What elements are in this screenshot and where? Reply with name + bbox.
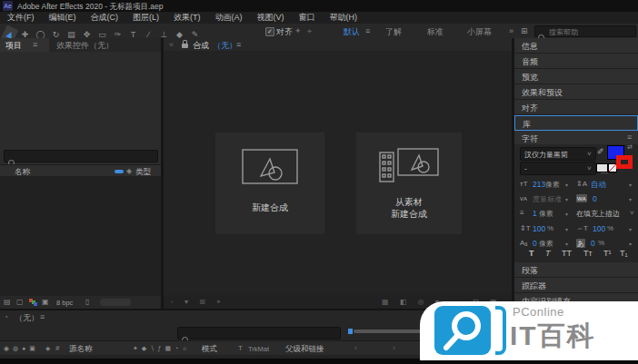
new-comp-from-footage-button[interactable]: 从素材 新建合成 [356,133,462,234]
font-family-select[interactable]: 汉仪力量黑简 ˅ [520,147,596,161]
menu-effect[interactable]: 效果(T) [166,12,208,24]
panel-bar-libraries[interactable]: 库 [514,115,638,131]
timeline-zoom-marker[interactable] [348,329,353,334]
panel-menu-icon[interactable]: ≡ [40,312,45,321]
workspace-small-screen[interactable]: 小屏幕 [467,26,492,38]
chevron-down-icon[interactable]: ▾ [629,226,632,232]
collapse-chevrons-icon[interactable]: « [169,40,174,49]
snap-checkbox[interactable]: ✓ [265,27,274,36]
project-search-box[interactable] [4,150,158,162]
column-parent-link[interactable]: 父级和链接 [285,344,324,355]
sort-indicator[interactable] [115,170,124,173]
av-features-icons[interactable]: ◉ ◍ ● ▣ [4,345,36,352]
panel-bar-info[interactable]: 信息 [514,38,638,54]
comp-view-controls-icons[interactable]: ▫ ▾ ⊞ ⌖ [171,298,225,307]
scroll-left-icon[interactable]: ‹ [354,343,357,352]
chevron-down-icon[interactable]: ▾ [629,182,632,188]
workspace-menu-icon[interactable]: ≡ [365,26,370,35]
person-icon[interactable]: ✦ [294,26,302,35]
chevron-down-icon[interactable]: ▾ [629,196,632,202]
column-mode[interactable]: 模式 [202,344,217,355]
layer-switches-icons[interactable]: ✦ ◆ ∖ ƒ ▦ ◔ ☼ [133,345,189,352]
menu-file[interactable]: 文件(F) [0,12,42,24]
interpret-footage-icon[interactable]: ▤ [4,298,11,306]
scroll-right-icon[interactable]: › [393,343,395,352]
new-comp-icon[interactable]: ▣ [42,298,49,306]
panel-menu-icon[interactable]: ≡ [627,133,632,142]
timeline-search-box[interactable] [177,327,341,339]
panel-bar-preview[interactable]: 预览 [514,69,638,84]
tracking-value[interactable]: 0 [593,194,597,203]
subscript-button[interactable]: T₁ [620,249,628,258]
panel-bar-align[interactable]: 对齐 [514,100,638,115]
timeline-tab-label[interactable]: （无） [15,312,39,324]
panel-bar-paragraph[interactable]: 段落 [514,262,638,278]
workspace-overflow-icon[interactable]: » [509,26,513,35]
vertical-scale-value[interactable]: 100 [533,224,545,233]
stroke-mode-select[interactable]: 在填充上描边 [576,209,620,219]
chevron-down-icon[interactable]: ▾ [565,241,568,247]
kerning-icon: ᴠᴀ [520,194,527,202]
trash-icon[interactable]: ▯ [85,298,89,306]
label-color-icon[interactable]: ◈ [45,345,50,352]
title-bar: Ae Adobe After Effects 2020 - 无标题项目.aep [0,0,638,12]
stroke-color-swatch[interactable] [616,155,633,169]
tsume-value[interactable]: 0 [591,239,595,248]
menu-edit[interactable]: 编辑(E) [42,12,84,24]
bit-depth-button[interactable]: 8 bpc [56,299,73,307]
menu-view[interactable]: 视图(V) [250,12,292,24]
panel-bar-tracker[interactable]: 跟踪器 [514,278,638,293]
chevron-down-icon[interactable]: ▾ [629,241,632,247]
project-tab[interactable]: 项目 ≡ [0,38,49,52]
menu-animation[interactable]: 动画(A) [208,12,250,24]
panel-menu-icon[interactable]: ≡ [236,40,241,49]
horizontal-scale-value[interactable]: 100 [593,224,605,233]
panel-menu-icon[interactable]: ≡ [33,40,37,49]
axis-mode-icon[interactable]: ⌖ [307,26,312,36]
help-search-input[interactable] [547,26,634,37]
chevron-down-icon[interactable]: ▾ [565,182,568,188]
chevron-down-icon[interactable]: ▾ [565,226,568,232]
faux-bold-button[interactable]: T [529,249,534,258]
workspace-bar-icon[interactable]: ⊞ [521,26,528,35]
superscript-button[interactable]: T¹ [603,249,612,258]
new-composition-button[interactable]: 新建合成 [215,133,324,234]
divider [512,38,514,309]
column-source-name[interactable]: 源名称 [69,344,93,355]
menu-window[interactable]: 窗口 [292,12,323,24]
menu-help[interactable]: 帮助(H) [323,12,365,24]
column-index[interactable]: # [55,344,59,352]
lock-icon[interactable] [182,44,188,48]
workspace-learn[interactable]: 了解 [385,26,402,38]
font-style-select[interactable]: - ˅ [520,162,596,175]
panel-bar-audio[interactable]: 音频 [514,54,638,69]
kerning-value[interactable]: 度量标准 [533,194,562,204]
all-caps-button[interactable]: TT [562,249,572,258]
font-size-value[interactable]: 213 [533,180,545,189]
panel-bar-effects-presets[interactable]: 效果和预设 [514,84,638,100]
faux-italic-button[interactable]: T [545,249,551,258]
workspace-standard[interactable]: 标准 [427,26,444,38]
new-folder-icon[interactable]: ▢ [16,298,24,306]
workspace-default[interactable]: 默认 [344,26,360,38]
eyedropper-icon[interactable]: ✐ [597,147,604,156]
effect-controls-tab[interactable]: 效果控件（无） [56,40,114,52]
menu-composition[interactable]: 合成(C) [84,12,126,24]
help-search-box[interactable] [534,25,636,37]
column-trkmat[interactable]: TrkMat [248,345,269,353]
small-caps-button[interactable]: Tᴛ [583,249,593,258]
color-depth-icon[interactable] [29,299,37,306]
white-swatch[interactable] [596,163,608,172]
character-panel-header[interactable]: 字符 ≡ [514,131,638,145]
chevron-down-icon[interactable]: ▾ [565,196,568,202]
leading-value[interactable]: 自动 [591,180,606,191]
stroke-width-value[interactable]: 1 [533,209,537,218]
project-item-list[interactable] [0,176,161,296]
chevron-down-icon[interactable]: ▾ [565,211,568,217]
menu-layer[interactable]: 图层(L) [125,12,166,24]
baseline-shift-value[interactable]: 0 [533,239,537,248]
label-color-icon[interactable]: ◈ [126,167,132,175]
column-t[interactable]: T [238,344,243,352]
swap-fill-stroke-icon[interactable]: ⇄ [627,143,633,151]
comp-tab-label[interactable]: 合成 [193,40,209,52]
